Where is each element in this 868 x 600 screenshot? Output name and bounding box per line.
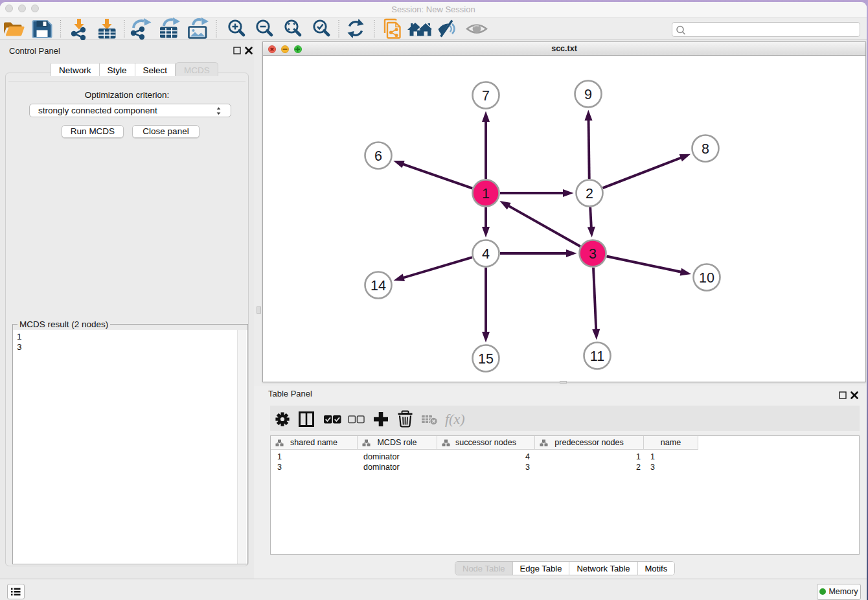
svg-text:10: 10: [699, 270, 714, 286]
svg-text:f(x): f(x): [445, 411, 465, 427]
svg-text:9: 9: [584, 87, 592, 102]
svg-text:15: 15: [478, 351, 494, 367]
svg-text:8: 8: [702, 141, 709, 157]
svg-text:14: 14: [371, 278, 386, 294]
svg-text:7: 7: [482, 88, 490, 104]
svg-text:2: 2: [586, 186, 593, 202]
svg-text:4: 4: [482, 246, 490, 262]
svg-text:11: 11: [590, 349, 604, 364]
svg-text:1: 1: [482, 186, 490, 202]
svg-text:3: 3: [589, 246, 597, 262]
svg-text:6: 6: [374, 148, 382, 164]
